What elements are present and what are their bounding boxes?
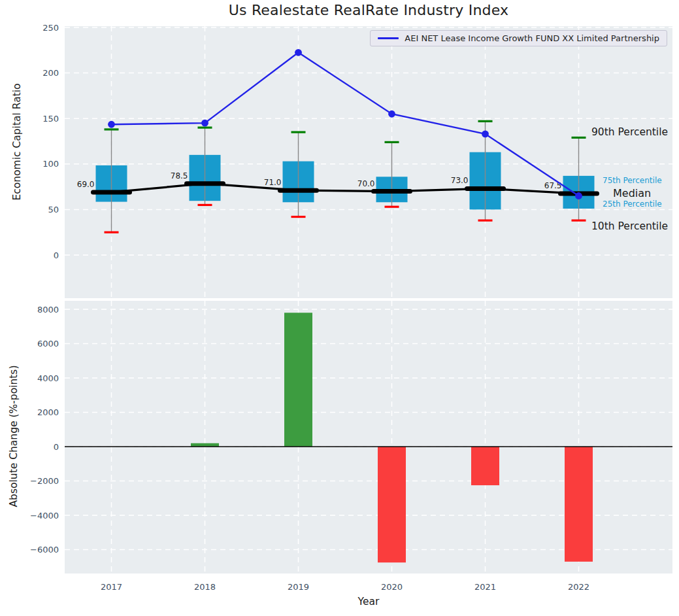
bottom-y-tick-label: −2000 [30, 476, 59, 486]
median-value-label: 71.0 [264, 178, 282, 187]
bottom-y-tick-label: −4000 [30, 511, 59, 521]
fund-point-2020 [388, 111, 395, 118]
change-bar-2019 [284, 313, 312, 447]
top-y-tick-label: 150 [42, 114, 59, 124]
x-axis-label: Year [65, 596, 672, 607]
median-value-label: 78.5 [171, 171, 188, 180]
bottom-y-tick-label: 4000 [37, 373, 59, 383]
x-tick-label: 2022 [568, 582, 589, 592]
chart-svg: 25020015010050080006000400020000−2000−40… [0, 0, 679, 616]
change-bar-2020 [378, 447, 406, 562]
x-tick-label: 2021 [474, 582, 496, 592]
median-value-label: 73.0 [451, 176, 469, 185]
change-bar-2021 [471, 447, 499, 485]
fund-point-2017 [108, 121, 115, 128]
annotation-25th-percentile: 25th Percentile [603, 199, 662, 209]
legend-series-label: AEI NET Lease Income Growth FUND XX Limi… [405, 33, 659, 43]
annotation-90th-percentile: 90th Percentile [591, 126, 668, 138]
bottom-y-tick-label: 8000 [37, 305, 59, 315]
x-tick-label: 2017 [101, 582, 122, 592]
legend-line-swatch [378, 37, 399, 39]
median-value-label: 69.0 [77, 180, 95, 189]
x-tick-label: 2019 [288, 582, 309, 592]
top-y-tick-label: 0 [54, 250, 59, 260]
annotation-75th-percentile: 75th Percentile [603, 176, 662, 185]
fund-point-2021 [482, 130, 489, 137]
x-tick-label: 2020 [381, 582, 403, 592]
fund-point-2019 [295, 49, 302, 56]
bottom-y-axis-label: Absolute Change (%-points) [8, 366, 20, 507]
change-bar-2022 [565, 447, 593, 562]
bottom-y-tick-label: −6000 [30, 545, 59, 555]
figure: Us Realestate RealRate Industry Index 25… [0, 0, 679, 616]
top-y-tick-label: 250 [42, 23, 59, 33]
x-tick-label: 2018 [194, 582, 216, 592]
bottom-y-tick-label: 6000 [37, 339, 59, 349]
top-panel-bg [65, 26, 672, 298]
top-y-axis-label: Economic Capital Ratio [11, 83, 23, 200]
bottom-y-tick-label: 2000 [37, 407, 59, 417]
annotation-10th-percentile: 10th Percentile [591, 220, 668, 232]
top-y-tick-label: 100 [42, 159, 59, 169]
legend: AEI NET Lease Income Growth FUND XX Limi… [370, 30, 667, 46]
top-y-tick-label: 200 [42, 68, 59, 78]
bottom-y-tick-label: 0 [54, 442, 59, 452]
annotation-median: Median [613, 187, 651, 199]
fund-point-2022 [575, 192, 582, 199]
fund-point-2018 [201, 120, 208, 127]
median-value-label: 70.0 [357, 179, 375, 188]
top-y-tick-label: 50 [48, 205, 59, 214]
